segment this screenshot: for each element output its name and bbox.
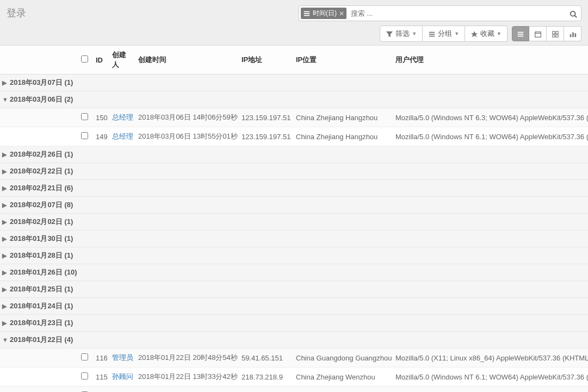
caret-down-icon[interactable]: ▼	[2, 337, 9, 343]
cell-checkbox[interactable]	[76, 387, 92, 393]
cell-ip: 218.73.218.9	[238, 387, 293, 393]
cell-loc: China Zhejiang Wenzhou	[293, 368, 392, 387]
creator-link[interactable]: 总经理	[112, 113, 133, 121]
col-id[interactable]: ID	[92, 46, 109, 74]
table-row[interactable]: 115孙顾问2018年01月22日 13时33分42秒218.73.218.9C…	[0, 368, 588, 387]
cell-checkbox[interactable]	[76, 368, 92, 387]
group-row[interactable]: ▶2018年02月07日 (8)	[0, 197, 588, 214]
row-checkbox[interactable]	[81, 113, 88, 120]
cell-creator[interactable]: 管理员	[109, 349, 135, 368]
col-ip-location[interactable]: IP位置	[293, 46, 392, 74]
caret-down-icon[interactable]: ▼	[2, 96, 9, 103]
cell-checkbox[interactable]	[76, 349, 92, 368]
svg-rect-19	[574, 33, 576, 37]
select-all-checkbox[interactable]	[81, 55, 88, 63]
row-checkbox[interactable]	[81, 353, 88, 360]
cell-indent	[0, 387, 76, 393]
group-row[interactable]: ▶2018年02月26日 (1)	[0, 146, 588, 163]
cell-ua: Mozilla/5.0 (Windows NT 6.1; WOW64) Appl…	[392, 127, 588, 146]
group-label: 2018年03月07日 (1)	[10, 78, 73, 86]
group-row[interactable]: ▼2018年03月06日 (2)	[0, 91, 588, 108]
caret-right-icon[interactable]: ▶	[2, 202, 9, 209]
table-row[interactable]: 116管理员2018年01月22日 20时48分54秒59.41.65.151C…	[0, 349, 588, 368]
caret-right-icon[interactable]: ▶	[2, 320, 9, 327]
creator-link[interactable]: 总经理	[112, 132, 133, 140]
group-row[interactable]: ▶2018年03月07日 (1)	[0, 74, 588, 91]
svg-rect-11	[535, 32, 541, 37]
group-row[interactable]: ▶2018年01月24日 (1)	[0, 298, 588, 315]
group-label: 2018年03月06日 (2)	[10, 95, 73, 103]
view-pivot-button[interactable]	[547, 26, 564, 41]
cell-creator[interactable]: 总经理	[109, 127, 135, 146]
favorite-button[interactable]: 收藏 ▼	[465, 26, 507, 42]
cell-indent	[0, 127, 76, 146]
caret-right-icon[interactable]: ▶	[2, 219, 9, 226]
group-button-label: 分组	[438, 29, 452, 39]
cell-loc: China Zhejiang Wenzhou	[293, 387, 392, 393]
cell-creator[interactable]: 总经理	[109, 108, 135, 127]
caret-right-icon[interactable]: ▶	[2, 151, 9, 158]
grid-icon	[552, 29, 559, 38]
col-user-agent[interactable]: 用户代理	[392, 46, 588, 74]
svg-rect-16	[555, 35, 558, 37]
cell-creator[interactable]: 孙顾问	[109, 368, 135, 387]
search-input[interactable]	[349, 8, 567, 18]
cell-id: 149	[92, 127, 109, 146]
svg-rect-9	[518, 34, 524, 35]
svg-rect-14	[555, 32, 558, 34]
login-table: ID 创建人 创建时间 IP地址 IP位置 用户代理 ▶2018年03月07日 …	[0, 46, 588, 392]
filter-button[interactable]: 筛选 ▼	[380, 26, 423, 42]
table-row[interactable]: 149总经理2018年03月06日 13时55分01秒123.159.197.5…	[0, 127, 588, 146]
caret-right-icon[interactable]: ▶	[2, 79, 9, 86]
cell-id: 116	[92, 349, 109, 368]
caret-right-icon[interactable]: ▶	[2, 252, 9, 259]
filter-chip[interactable]: 时间(日) ✕	[301, 8, 346, 19]
group-label: 2018年01月22日 (4)	[10, 335, 73, 344]
cell-ua: Mozilla/5.0 (Windows NT 6.1; WOW64) Appl…	[392, 387, 588, 393]
caret-right-icon[interactable]: ▶	[2, 286, 9, 293]
caret-right-icon[interactable]: ▶	[2, 303, 9, 310]
svg-rect-7	[429, 35, 435, 36]
chip-remove-icon[interactable]: ✕	[339, 10, 344, 17]
view-calendar-button[interactable]	[529, 26, 547, 41]
col-created-time[interactable]: 创建时间	[135, 46, 238, 74]
group-row[interactable]: ▶2018年02月22日 (1)	[0, 163, 588, 180]
group-row[interactable]: ▶2018年01月23日 (1)	[0, 315, 588, 332]
caret-right-icon[interactable]: ▶	[2, 269, 9, 276]
table-row[interactable]: 150总经理2018年03月06日 14时06分59秒123.159.197.5…	[0, 108, 588, 127]
col-checkbox[interactable]	[76, 46, 92, 74]
cell-ua: Mozilla/5.0 (Windows NT 6.1; WOW64) Appl…	[392, 368, 588, 387]
group-row[interactable]: ▶2018年01月26日 (10)	[0, 264, 588, 281]
svg-rect-1	[304, 13, 310, 14]
group-label: 2018年01月25日 (1)	[10, 285, 73, 293]
caret-right-icon[interactable]: ▶	[2, 235, 9, 242]
svg-line-4	[575, 15, 577, 17]
row-checkbox[interactable]	[81, 132, 88, 139]
group-row[interactable]: ▶2018年02月21日 (6)	[0, 180, 588, 197]
group-button[interactable]: 分组 ▼	[423, 26, 465, 42]
creator-link[interactable]: 管理员	[112, 353, 133, 362]
col-ip-address[interactable]: IP地址	[238, 46, 293, 74]
cell-loc: China Zhejiang Hangzhou	[293, 127, 392, 146]
caret-right-icon[interactable]: ▶	[2, 168, 9, 175]
group-row[interactable]: ▶2018年01月30日 (1)	[0, 231, 588, 247]
group-row[interactable]: ▶2018年01月28日 (1)	[0, 247, 588, 264]
table-row[interactable]: 114孙顾问2018年01月22日 08时43分35秒218.73.218.9C…	[0, 387, 588, 393]
cell-checkbox[interactable]	[76, 127, 92, 146]
cell-creator[interactable]: 孙顾问	[109, 387, 135, 393]
view-graph-button[interactable]	[564, 26, 581, 41]
search-box[interactable]: 时间(日) ✕	[299, 5, 581, 21]
cell-time: 2018年01月22日 08时43分35秒	[135, 387, 238, 393]
group-row[interactable]: ▶2018年01月25日 (1)	[0, 281, 588, 298]
creator-link[interactable]: 孙顾问	[112, 372, 133, 381]
group-row[interactable]: ▶2018年02月02日 (1)	[0, 214, 588, 231]
group-row[interactable]: ▼2018年01月22日 (4)	[0, 332, 588, 349]
row-checkbox[interactable]	[81, 372, 88, 379]
search-icon[interactable]	[567, 9, 579, 17]
cell-checkbox[interactable]	[76, 108, 92, 127]
caret-down-icon: ▼	[412, 31, 417, 36]
col-creator[interactable]: 创建人	[109, 46, 135, 74]
view-list-button[interactable]	[512, 26, 529, 41]
caret-right-icon[interactable]: ▶	[2, 185, 9, 192]
svg-rect-18	[572, 32, 574, 37]
